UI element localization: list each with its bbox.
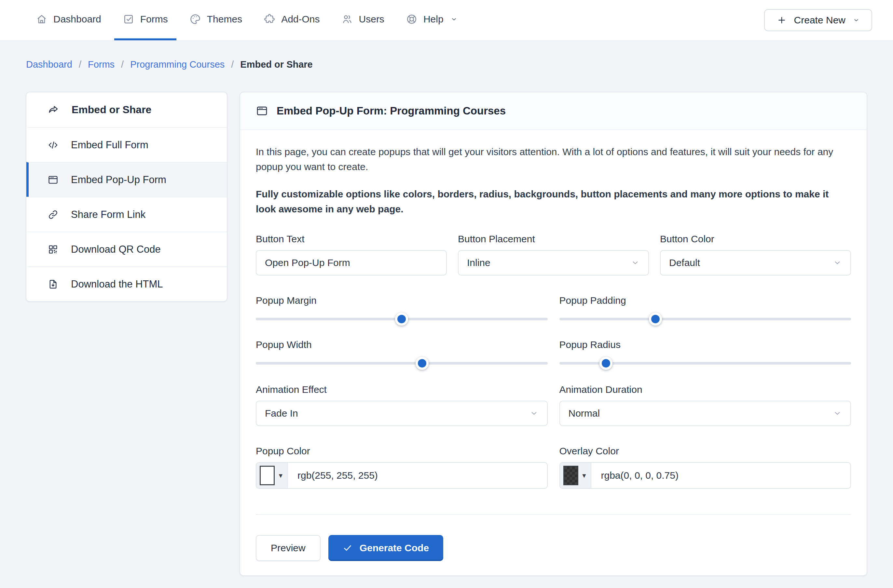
button-text-field-group: Button Text xyxy=(256,234,447,276)
home-icon xyxy=(36,14,48,25)
popup-padding-slider-thumb[interactable] xyxy=(649,312,662,326)
breadcrumb-current: Embed or Share xyxy=(240,59,313,70)
sidebar-item-share-form-link[interactable]: Share Form Link xyxy=(26,197,227,231)
popup-color-swatch xyxy=(260,466,275,485)
breadcrumb-link-forms[interactable]: Forms xyxy=(88,59,114,70)
chevron-down-icon xyxy=(450,15,458,23)
button-placement-field-group: Button Placement Inline xyxy=(458,234,649,276)
button-color-value: Default xyxy=(669,257,700,268)
sidebar-item-embed-or-share[interactable]: Embed or Share xyxy=(26,92,227,127)
dropdown-triangle-icon: ▼ xyxy=(278,472,284,479)
sidebar-item-download-the-html[interactable]: Download the HTML xyxy=(26,266,227,301)
sidebar-item-label: Embed or Share xyxy=(72,104,151,116)
sidebar-item-label: Embed Pop-Up Form xyxy=(71,174,166,186)
popup-margin-slider[interactable] xyxy=(256,318,548,320)
popup-window-icon xyxy=(256,105,268,117)
chevron-down-icon xyxy=(833,409,842,418)
nav-item-help[interactable]: Help xyxy=(397,0,466,40)
create-new-button[interactable]: Create New xyxy=(764,9,872,31)
panel-header: Embed Pop-Up Form: Programming Courses xyxy=(240,92,867,130)
overlay-color-field-group: Overlay Color ▼ rgba(0, 0, 0, 0.75) xyxy=(559,446,851,489)
nav-label: Add-Ons xyxy=(281,14,320,25)
animation-effect-label: Animation Effect xyxy=(256,384,548,395)
color-settings-row: Popup Color ▼ rgb(255, 255, 255) Overlay… xyxy=(256,446,851,489)
animation-settings-row: Animation Effect Fade In Animation Durat… xyxy=(256,384,851,426)
breadcrumb-separator: / xyxy=(121,59,124,70)
actions-row: Preview Generate Code xyxy=(256,535,851,561)
users-icon xyxy=(341,14,353,25)
sidebar-item-label: Share Form Link xyxy=(71,209,146,220)
nav-label: Users xyxy=(359,14,384,25)
nav-item-dashboard[interactable]: Dashboard xyxy=(27,0,110,40)
animation-effect-select[interactable]: Fade In xyxy=(256,400,548,426)
animation-duration-select[interactable]: Normal xyxy=(559,400,851,426)
popup-radius-slider[interactable] xyxy=(559,362,851,364)
page-title: Embed Pop-Up Form: Programming Courses xyxy=(277,105,506,117)
sidebar-item-embed-full-form[interactable]: Embed Full Form xyxy=(26,127,227,162)
popup-width-slider-thumb[interactable] xyxy=(416,357,428,370)
link-icon xyxy=(48,209,59,220)
breadcrumb-link-programming-courses[interactable]: Programming Courses xyxy=(130,59,224,70)
create-new-label: Create New xyxy=(794,15,845,26)
breadcrumb-link-dashboard[interactable]: Dashboard xyxy=(26,59,72,70)
button-color-label: Button Color xyxy=(660,234,851,244)
page-content: Embed or Share Embed Full Form Embed Pop… xyxy=(0,92,893,576)
popup-padding-field-group: Popup Padding xyxy=(559,295,851,320)
overlay-color-input: ▼ rgba(0, 0, 0, 0.75) xyxy=(559,462,851,489)
generate-code-button[interactable]: Generate Code xyxy=(328,535,443,561)
nav-label: Dashboard xyxy=(53,14,101,25)
popup-width-slider[interactable] xyxy=(256,362,548,364)
puzzle-icon xyxy=(264,14,275,25)
nav-item-users[interactable]: Users xyxy=(333,0,393,40)
popup-width-field-group: Popup Width xyxy=(256,339,548,364)
popup-sliders-section: Popup Margin Popup Padding Popup Width xyxy=(256,295,851,364)
popup-radius-slider-thumb[interactable] xyxy=(600,357,612,370)
nav-label: Forms xyxy=(140,14,168,25)
button-settings-row: Button Text Button Placement Inline Butt… xyxy=(256,234,851,276)
overlay-color-swatch-button[interactable]: ▼ xyxy=(560,463,591,488)
form-check-icon xyxy=(123,14,134,25)
overlay-color-label: Overlay Color xyxy=(559,446,851,457)
button-placement-select[interactable]: Inline xyxy=(458,250,649,276)
nav-item-themes[interactable]: Themes xyxy=(181,0,251,40)
popup-color-value[interactable]: rgb(255, 255, 255) xyxy=(288,463,547,488)
nav-item-forms[interactable]: Forms xyxy=(114,0,176,40)
code-icon xyxy=(48,140,59,151)
top-navigation: Dashboard Forms Themes Add-Ons Users Hel… xyxy=(0,0,893,41)
animation-effect-value: Fade In xyxy=(265,408,298,419)
check-icon xyxy=(343,543,352,553)
animation-duration-label: Animation Duration xyxy=(559,384,851,395)
plus-icon xyxy=(776,15,787,26)
popup-padding-slider[interactable] xyxy=(559,318,851,320)
chevron-down-icon xyxy=(852,16,860,24)
share-forward-icon xyxy=(48,104,59,116)
intro-bold-text: Fully customizable options like colors, … xyxy=(256,187,851,217)
life-ring-icon xyxy=(406,14,418,25)
panel-body: In this page, you can create popups that… xyxy=(240,130,867,575)
breadcrumb: Dashboard / Forms / Programming Courses … xyxy=(26,58,867,71)
popup-margin-slider-thumb[interactable] xyxy=(395,312,408,326)
popup-color-label: Popup Color xyxy=(256,446,548,457)
nav-item-add-ons[interactable]: Add-Ons xyxy=(255,0,328,40)
button-placement-label: Button Placement xyxy=(458,234,649,244)
popup-color-swatch-button[interactable]: ▼ xyxy=(256,463,288,488)
palette-icon xyxy=(189,14,201,25)
button-color-select[interactable]: Default xyxy=(660,250,851,276)
button-text-input[interactable] xyxy=(256,250,447,276)
chevron-down-icon xyxy=(833,258,842,267)
button-placement-value: Inline xyxy=(467,257,490,268)
sidebar-item-embed-popup-form[interactable]: Embed Pop-Up Form xyxy=(26,162,227,197)
preview-button[interactable]: Preview xyxy=(256,535,320,561)
nav-label: Help xyxy=(423,14,443,25)
breadcrumb-separator: / xyxy=(231,59,234,70)
popup-width-label: Popup Width xyxy=(256,339,548,350)
generate-code-label: Generate Code xyxy=(359,543,429,554)
qr-code-icon xyxy=(48,244,59,255)
popup-padding-label: Popup Padding xyxy=(559,295,851,306)
popup-color-field-group: Popup Color ▼ rgb(255, 255, 255) xyxy=(256,446,548,489)
sidebar-item-download-qr-code[interactable]: Download QR Code xyxy=(26,231,227,266)
embed-popup-form-panel: Embed Pop-Up Form: Programming Courses I… xyxy=(239,92,867,576)
overlay-color-value[interactable]: rgba(0, 0, 0, 0.75) xyxy=(591,463,851,488)
popup-color-input: ▼ rgb(255, 255, 255) xyxy=(256,462,548,489)
popup-margin-label: Popup Margin xyxy=(256,295,548,306)
